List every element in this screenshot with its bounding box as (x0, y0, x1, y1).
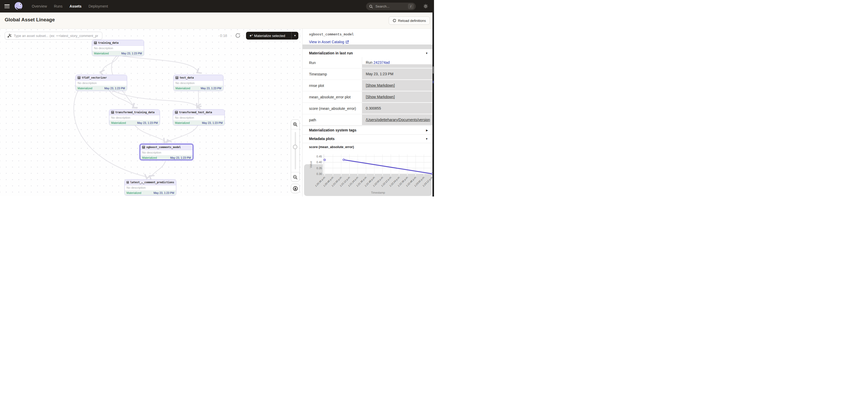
table-icon (127, 181, 129, 184)
asset-node-status: Materialized (127, 191, 142, 195)
svg-text:Timestamp: Timestamp (371, 191, 385, 194)
table-icon (111, 111, 114, 114)
asset-node-transformed_training_data[interactable]: transformed_training_data No description… (109, 109, 160, 126)
scrollbar-thumb[interactable] (433, 66, 434, 74)
asset-node-test_data[interactable]: test_data No description Materialized Ma… (174, 75, 223, 91)
svg-text:Value: Value (309, 161, 312, 168)
asset-node-name: test_data (180, 76, 194, 79)
metadata-row-label: score (mean_absolute_error) (303, 103, 362, 114)
metadata-row-value: [Show Markdown] (362, 80, 432, 91)
metadata-plot-title: score (mean_absolute_error) (303, 143, 432, 151)
metadata-table-row: Run Run 242374ad (303, 57, 432, 68)
section-materialization-in-last-run[interactable]: Materialization in last run ▼ (303, 49, 432, 57)
asset-node-timestamp: May 23, 1:23 PM (201, 86, 221, 91)
asset-node-status: Materialized (175, 121, 190, 125)
asset-node-description: No description (174, 81, 223, 86)
asset-lineage-graph[interactable]: training_data No description Materialize… (0, 29, 302, 197)
asset-node-training_data[interactable]: training_data No description Materialize… (92, 40, 144, 56)
asset-node-timestamp: May 23, 1:23 PM (104, 86, 125, 91)
graph-refresh-icon[interactable] (235, 33, 241, 38)
asset-subset-input[interactable] (13, 34, 100, 38)
zoom-slider-thumb[interactable] (293, 145, 297, 149)
asset-node-status: Materialized (111, 121, 126, 125)
asset-details-panel: xgboost_comments_model View in Asset Cat… (302, 29, 432, 197)
metadata-row-label: mean_absolute_error plot (303, 91, 362, 103)
window-edge-scrollbar[interactable] (432, 12, 434, 197)
run-id-link[interactable]: 242374ad (374, 60, 390, 65)
asset-node-timestamp: May 23, 1:23 PM (121, 51, 142, 56)
metadata-row-label: Run (303, 57, 362, 68)
nav-item-deployment[interactable]: Deployment (89, 4, 108, 8)
gear-icon[interactable] (423, 4, 428, 9)
svg-text:0.45: 0.45 (317, 155, 322, 158)
section-materialization-system-tags[interactable]: Materialization system tags ▶ (303, 126, 432, 134)
view-in-asset-catalog-link[interactable]: View in Asset Catalog (309, 40, 349, 44)
asset-subset-filter[interactable] (5, 32, 102, 39)
asset-node-status: Materialized (142, 155, 157, 160)
hamburger-menu-icon[interactable] (4, 4, 10, 8)
global-search[interactable]: / (366, 3, 416, 10)
metadata-value-link[interactable]: [Show Markdown] (366, 83, 395, 88)
asset-node-description: No description (125, 185, 176, 191)
nav-item-runs[interactable]: Runs (54, 4, 62, 8)
dagster-app: OverviewRunsAssetsDeployment / Global As… (0, 0, 434, 197)
table-icon (175, 111, 178, 114)
asset-node-name: xgboost_comments_model (146, 146, 181, 149)
zoom-out-button[interactable] (291, 172, 300, 182)
metadata-row-value: Run 242374ad (362, 57, 432, 68)
asset-node-transformed_test_data[interactable]: transformed_test_data No description Mat… (173, 109, 225, 126)
metadata-row-label: path (303, 114, 362, 126)
asset-node-timestamp: May 23, 1:23 PM (154, 191, 174, 195)
search-shortcut-badge: / (408, 4, 414, 9)
asset-node-timestamp: May 23, 1:23 PM (202, 121, 223, 125)
page-title: Global Asset Lineage (5, 17, 55, 23)
download-graph-button[interactable] (291, 184, 300, 193)
metadata-row-value: 0.300855 (362, 103, 432, 114)
table-icon (176, 76, 178, 79)
table-icon (142, 146, 145, 149)
metadata-table-row: rmse plot [Show Markdown] (303, 80, 432, 91)
asset-node-status: Materialized (78, 86, 92, 91)
materialize-selected-button[interactable]: ✦✦ Materialize selected ▼ (246, 32, 298, 39)
metadata-row-value: /Users/odetteharary/Documents/version (362, 114, 432, 126)
top-nav-bar: OverviewRunsAssetsDeployment / (0, 0, 434, 12)
metadata-value-link[interactable]: [Show Markdown] (366, 95, 395, 99)
asset-node-tfidf_vectorizer[interactable]: tfidf_vectorizer No description Material… (75, 75, 127, 91)
asset-node-timestamp: May 23, 1:23 PM (170, 155, 191, 160)
zoom-in-button[interactable] (291, 120, 300, 129)
metadata-table-row: score (mean_absolute_error) 0.300855 (303, 103, 432, 114)
zoom-out-icon (293, 175, 298, 179)
download-icon (293, 186, 298, 191)
asset-node-latest__comment_predictions[interactable]: latest_…_comment_predictions No descript… (124, 179, 176, 195)
svg-text:0.30: 0.30 (317, 172, 322, 175)
asset-node-description: No description (140, 150, 193, 155)
asset-node-description: No description (76, 81, 127, 86)
zoom-in-icon (293, 122, 298, 127)
asset-node-xgboost_comments_model[interactable]: xgboost_comments_model No description Ma… (140, 144, 193, 160)
chevron-right-icon: ▶ (426, 126, 428, 135)
metadata-value-link[interactable]: /Users/odetteharary/Documents/version (366, 118, 430, 122)
asset-node-name: training_data (98, 41, 119, 44)
asset-node-status: Materialized (94, 51, 109, 56)
asset-node-description: No description (92, 46, 144, 51)
loading-shimmer (303, 44, 432, 49)
chevron-down-icon: ▼ (426, 49, 428, 57)
asset-node-name: latest_…_comment_predictions (130, 181, 174, 184)
asset-node-description: No description (110, 115, 160, 121)
section-metadata-plots[interactable]: Metadata plots ▼ (303, 134, 432, 143)
materialize-dropdown-caret[interactable]: ▼ (291, 34, 298, 37)
zoom-slider-track[interactable] (295, 132, 296, 169)
svg-text:0.35: 0.35 (317, 167, 322, 170)
metadata-plot: 1:20:36 p.m.1:20:48 p.m.1:21:00 p.m.1:21… (303, 151, 432, 197)
metadata-table-row: mean_absolute_error plot [Show Markdown] (303, 91, 432, 103)
metadata-row-label: Timestamp (303, 68, 362, 80)
nav-item-overview[interactable]: Overview (32, 4, 47, 8)
search-icon (369, 5, 373, 8)
svg-text:0.40: 0.40 (317, 161, 322, 164)
refresh-timer: 0:18 (220, 32, 227, 39)
table-icon (94, 41, 97, 44)
search-input[interactable] (375, 4, 405, 9)
nav-item-assets[interactable]: Assets (69, 4, 82, 8)
dagster-logo[interactable] (14, 2, 23, 11)
reload-definitions-button[interactable]: Reload definitions (389, 17, 430, 25)
